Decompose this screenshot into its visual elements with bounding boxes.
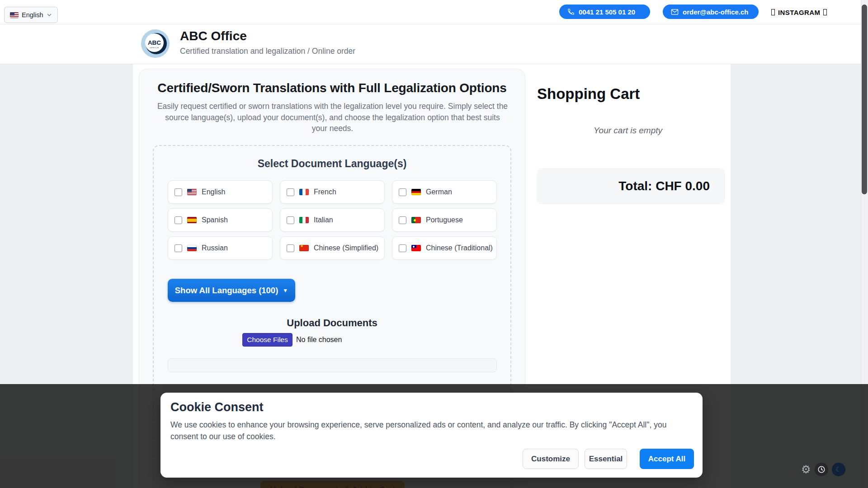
file-input[interactable]: Choose Files No file chosen bbox=[242, 333, 342, 347]
language-option-italian[interactable]: Italian bbox=[280, 208, 385, 232]
checkbox[interactable] bbox=[287, 188, 294, 196]
phone-button[interactable]: 0041 21 505 01 20 bbox=[559, 5, 650, 19]
language-selector-label: English bbox=[22, 11, 43, 19]
flag-icon bbox=[299, 189, 309, 195]
upload-progress-tray bbox=[168, 358, 497, 372]
checkbox[interactable] bbox=[399, 244, 406, 252]
no-file-chosen-text: No file chosen bbox=[296, 336, 342, 344]
dropdown-arrow-icon: ▼ bbox=[283, 287, 288, 294]
checkbox[interactable] bbox=[175, 188, 182, 196]
moon-icon: ☾ bbox=[835, 465, 841, 474]
email-button[interactable]: order@abc-office.ch bbox=[663, 5, 759, 19]
site-title: ABC Office bbox=[180, 29, 247, 43]
us-flag-icon bbox=[10, 12, 19, 18]
cart-total-box: Total: CHF 0.00 bbox=[537, 168, 725, 204]
flag-icon bbox=[187, 245, 197, 251]
clock-icon bbox=[817, 465, 826, 474]
language-option-spanish[interactable]: Spanish bbox=[168, 208, 273, 232]
page: English 0041 21 505 01 20 order@abc-offi… bbox=[0, 0, 868, 488]
tofu-glyph-icon bbox=[823, 9, 827, 15]
top-bar: English 0041 21 505 01 20 order@abc-offi… bbox=[0, 0, 868, 24]
cart-total-text: Total: CHF 0.00 bbox=[618, 179, 710, 193]
checkbox[interactable] bbox=[175, 216, 182, 224]
phone-icon bbox=[567, 8, 575, 15]
show-all-languages-button[interactable]: Show All Languages (100) ▼ bbox=[168, 279, 295, 302]
flag-icon bbox=[187, 189, 197, 195]
mail-icon bbox=[671, 9, 679, 15]
settings-gear-icon[interactable]: ⚙ bbox=[801, 463, 811, 476]
essential-button[interactable]: Essential bbox=[585, 449, 627, 469]
cookie-consent-title: Cookie Consent bbox=[170, 400, 264, 414]
language-option-english[interactable]: English bbox=[168, 180, 273, 204]
form-heading: Certified/Sworn Translations with Full L… bbox=[139, 81, 525, 95]
cookie-consent-banner: Cookie Consent We use cookies to enhance… bbox=[160, 393, 703, 478]
phone-number: 0041 21 505 01 20 bbox=[579, 8, 635, 16]
checkbox[interactable] bbox=[399, 216, 406, 224]
language-option-portuguese[interactable]: Portuguese bbox=[392, 208, 497, 232]
email-address: order@abc-office.ch bbox=[683, 8, 749, 16]
language-grid: English French German Spanish bbox=[168, 180, 497, 260]
checkbox[interactable] bbox=[175, 244, 182, 252]
flag-icon bbox=[411, 189, 421, 195]
choose-files-button[interactable]: Choose Files bbox=[242, 333, 292, 347]
site-subtitle: Certified translation and legalization /… bbox=[180, 47, 355, 56]
select-language-heading: Select Document Language(s) bbox=[154, 158, 510, 170]
instagram-link[interactable]: INSTAGRAM bbox=[771, 6, 827, 19]
floating-widgets: ⚙ ☾ bbox=[801, 463, 845, 476]
flag-icon bbox=[187, 217, 197, 223]
customize-button[interactable]: Customize bbox=[523, 449, 579, 469]
cookie-buttons: Customize Essential Accept All bbox=[523, 449, 694, 469]
svg-text:ABC: ABC bbox=[148, 39, 161, 46]
abc-office-logo: ABC OFFICE bbox=[141, 29, 170, 58]
cart-empty-message: Your cart is empty bbox=[525, 126, 731, 136]
checkbox[interactable] bbox=[399, 188, 406, 196]
cookie-consent-message: We use cookies to enhance your browsing … bbox=[170, 419, 691, 442]
flag-icon bbox=[411, 245, 421, 251]
accept-all-button[interactable]: Accept All bbox=[640, 449, 694, 469]
scrollbar-thumb[interactable] bbox=[862, 5, 867, 194]
shopping-cart-title: Shopping Cart bbox=[537, 85, 640, 103]
dark-mode-moon-icon[interactable]: ☾ bbox=[832, 463, 845, 476]
instagram-label: INSTAGRAM bbox=[778, 9, 820, 16]
flag-icon bbox=[411, 217, 421, 223]
flag-icon bbox=[299, 245, 309, 251]
language-option-french[interactable]: French bbox=[280, 180, 385, 204]
tofu-glyph-icon bbox=[771, 9, 775, 15]
checkbox[interactable] bbox=[287, 216, 294, 224]
history-clock-icon[interactable] bbox=[815, 463, 828, 476]
language-option-german[interactable]: German bbox=[392, 180, 497, 204]
svg-text:OFFICE: OFFICE bbox=[150, 47, 159, 49]
site-header: ABC OFFICE ABC Office Certified translat… bbox=[0, 24, 868, 64]
language-option-russian[interactable]: Russian bbox=[168, 236, 273, 260]
flag-icon bbox=[299, 217, 309, 223]
chevron-down-icon bbox=[47, 12, 52, 18]
checkbox[interactable] bbox=[287, 244, 294, 252]
upload-documents-heading: Upload Documents bbox=[154, 317, 510, 329]
form-description: Easily request certified or sworn transl… bbox=[156, 101, 509, 134]
language-option-chinese-traditional[interactable]: Chinese (Traditional) bbox=[392, 236, 497, 260]
language-option-chinese-simplified[interactable]: Chinese (Simplified) bbox=[280, 236, 385, 260]
language-selector[interactable]: English bbox=[4, 7, 58, 23]
